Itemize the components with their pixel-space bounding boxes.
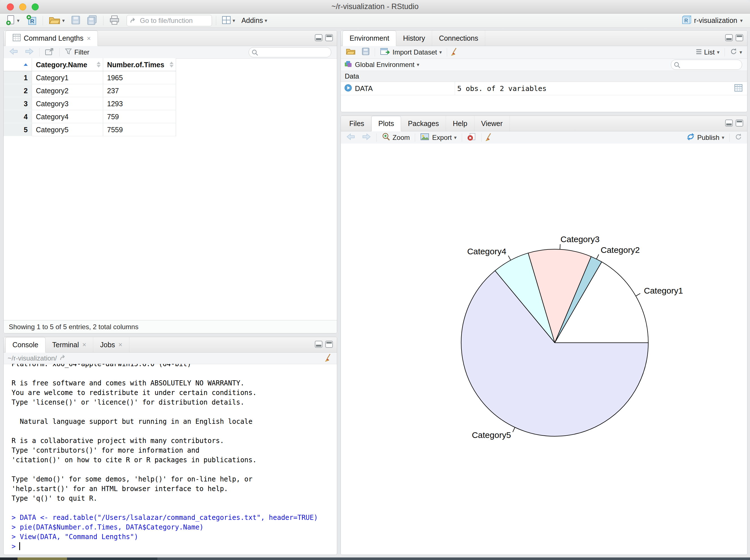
toolbar-separator [729, 133, 730, 142]
nav-forward-button[interactable] [23, 47, 36, 57]
save-button[interactable] [69, 14, 82, 27]
refresh-plot-button[interactable] [733, 133, 744, 143]
console-line: You are welcome to redistribute it under… [12, 388, 337, 398]
tab-viewer[interactable]: Viewer [474, 116, 510, 131]
console-line: Type 'q()' to quit R. [12, 494, 337, 503]
view-table-icon[interactable] [734, 84, 743, 93]
save-all-button[interactable] [85, 14, 99, 27]
maximize-pane-icon[interactable] [325, 341, 333, 349]
column-divider [455, 82, 455, 95]
maximize-pane-icon[interactable] [735, 120, 743, 128]
new-file-button[interactable]: ▾ [4, 14, 21, 27]
import-dataset-button[interactable]: Import Dataset ▾ [378, 47, 443, 58]
tab-packages[interactable]: Packages [401, 116, 446, 131]
table-cell: 759 [103, 110, 176, 123]
environment-search-box [671, 60, 742, 70]
list-view-button[interactable]: List ▾ [694, 48, 721, 57]
tab-label: Plots [378, 120, 394, 128]
table-cell: Category4 [32, 110, 103, 123]
maximize-pane-icon[interactable] [735, 34, 743, 42]
console-line: R is a collaborative project with many c… [12, 436, 337, 445]
filter-label: Filter [74, 48, 89, 56]
save-workspace-button[interactable] [360, 47, 371, 58]
tab-label: Help [453, 120, 467, 128]
new-project-icon: R [26, 15, 37, 26]
tab-console[interactable]: Console [5, 337, 45, 353]
minimize-pane-icon[interactable] [725, 34, 733, 42]
export-label: Export [432, 134, 452, 142]
filter-button[interactable]: Filter [63, 47, 91, 57]
environment-search-input[interactable] [683, 61, 740, 69]
goto-file-input[interactable] [139, 16, 208, 25]
table-cell: 3 [4, 97, 32, 110]
clear-console-broom-icon[interactable] [324, 353, 333, 363]
tab-plots[interactable]: Plots [371, 116, 401, 132]
column-header-category-name[interactable]: Category.Name [32, 58, 103, 71]
tab-history[interactable]: History [396, 31, 432, 46]
row-number-header[interactable] [4, 58, 32, 71]
tab-files[interactable]: Files [342, 116, 371, 131]
tab-terminal[interactable]: Terminal× [45, 337, 94, 352]
next-plot-button[interactable] [360, 133, 373, 143]
tab-label: Environment [350, 34, 389, 42]
close-icon[interactable]: × [87, 35, 91, 42]
panes-layout-button[interactable]: ▾ [220, 15, 237, 26]
minimize-pane-icon[interactable] [315, 341, 322, 349]
previous-plot-button[interactable] [344, 133, 357, 143]
pie-label-tick [636, 294, 640, 296]
tab-help[interactable]: Help [446, 116, 474, 131]
project-menu-button[interactable]: R r-visualization ▾ [679, 15, 744, 26]
save-icon [71, 15, 81, 26]
open-file-button[interactable]: ▾ [47, 14, 66, 27]
zoom-plot-button[interactable]: Zoom [380, 132, 412, 143]
table-cell: Category5 [32, 123, 103, 136]
console-prompt: > [12, 542, 337, 551]
column-header-number-of-times[interactable]: Number.of.Times [103, 58, 176, 71]
nav-back-button[interactable] [7, 47, 20, 57]
console-line [12, 407, 337, 417]
tab-jobs[interactable]: Jobs× [93, 337, 130, 352]
table-header-row: Category.Name Number.of.Times [4, 58, 176, 71]
console-output[interactable]: Platform: x86_64-apple-darwin15.6.0 (64-… [4, 364, 337, 555]
toolbar-separator [462, 133, 462, 142]
clear-plots-broom-icon[interactable] [485, 133, 493, 143]
addins-button[interactable]: Addins ▾ [240, 15, 269, 26]
maximize-pane-icon[interactable] [325, 34, 333, 42]
chevron-down-icon: ▾ [717, 50, 719, 55]
tab-label: Packages [408, 120, 439, 128]
tab-command-lengths[interactable]: Command Lengths × [5, 31, 98, 46]
publish-button[interactable]: Publish ▾ [685, 132, 726, 143]
scope-selector-button[interactable]: Global Environment ▾ [355, 60, 421, 69]
tab-label: Jobs [100, 341, 115, 349]
tab-environment[interactable]: Environment [342, 31, 396, 46]
console-line: Type 'demo()' for some demos, 'help()' f… [12, 474, 337, 484]
table-cell: 5 [4, 123, 32, 136]
close-icon[interactable]: × [118, 341, 122, 349]
popout-window-button[interactable] [43, 47, 56, 58]
minimize-pane-icon[interactable] [725, 120, 733, 128]
new-project-button[interactable]: R [24, 13, 39, 28]
tab-connections[interactable]: Connections [432, 31, 485, 46]
environment-toolbar: Import Dataset ▾ List ▾ ▾ [341, 46, 747, 59]
print-button[interactable] [107, 14, 121, 27]
expand-object-icon[interactable] [344, 84, 352, 93]
minimize-pane-icon[interactable] [315, 34, 322, 42]
environment-object-row[interactable]: DATA 5 obs. of 2 variables [341, 82, 747, 95]
main-toolbar: ▾ R ▾ ▾ Addins ▾ R r-visualization ▾ [0, 14, 750, 28]
refresh-environment-button[interactable]: ▾ [728, 47, 744, 57]
toolbar-separator [59, 48, 60, 57]
close-icon[interactable]: × [82, 341, 86, 349]
remove-plot-button[interactable] [466, 132, 478, 143]
share-arrow-icon[interactable] [60, 354, 67, 362]
toolbar-separator [216, 16, 216, 25]
pie-label: Category1 [644, 286, 683, 295]
list-label: List [704, 48, 715, 56]
load-workspace-button[interactable] [344, 47, 357, 58]
clear-environment-broom-icon[interactable] [451, 47, 459, 57]
export-plot-button[interactable]: Export ▾ [418, 132, 458, 143]
pie-label: Category2 [601, 245, 640, 255]
window-titlebar: ~/r-visualization - RStudio [0, 0, 750, 14]
table-search-input[interactable] [260, 48, 329, 56]
pie-label: Category3 [560, 235, 599, 244]
open-folder-icon [48, 15, 60, 26]
